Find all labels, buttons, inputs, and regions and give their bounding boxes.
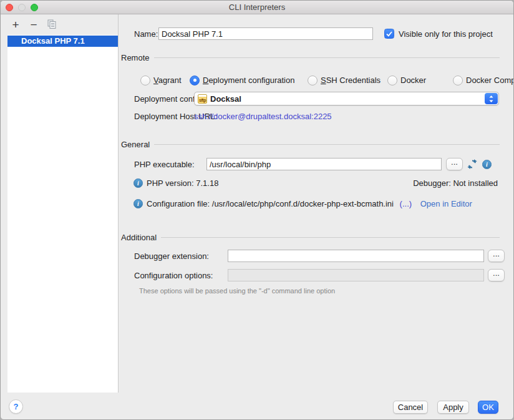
sidebar-divider [118, 14, 119, 393]
general-section-header: General [121, 140, 500, 149]
php-executable-input[interactable] [206, 158, 442, 170]
configuration-file-text: Configuration file: /usr/local/etc/php/c… [147, 199, 394, 208]
interpreter-list-toolbar: + − [11, 19, 57, 31]
deployment-configuration-select[interactable]: sftp Docksal [194, 92, 499, 105]
radio-icon [308, 76, 318, 85]
visible-only-label[interactable]: Visible only for this project [399, 29, 493, 39]
window-title: CLI Interpreters [1, 2, 513, 12]
radio-icon [453, 76, 463, 85]
sftp-icon: sftp [198, 94, 207, 104]
radio-selected-icon [190, 76, 200, 85]
php-version-info-icon: i [133, 178, 143, 188]
cli-interpreters-dialog: CLI Interpreters + − Docksal [0, 0, 514, 420]
checkmark-icon [385, 31, 394, 37]
name-input[interactable] [158, 27, 373, 40]
configuration-file-row: Configuration file: /usr/local/etc/php/c… [147, 199, 472, 208]
section-rule [161, 237, 500, 238]
options-hint-text: These options will be passed using the "… [139, 287, 335, 295]
copy-interpreter-button[interactable] [47, 19, 57, 31]
dialog-content: + − Docksal PHP 7.1 Name: [1, 14, 514, 420]
radio-icon [387, 76, 397, 85]
radio-icon [140, 76, 150, 85]
open-in-editor-link[interactable]: Open in Editor [420, 199, 472, 208]
ok-button[interactable]: OK [478, 401, 498, 414]
radio-deployment-configuration[interactable]: Deployment configuration [190, 75, 294, 85]
configuration-file-more-link[interactable]: (...) [400, 199, 412, 208]
configuration-options-input[interactable] [228, 269, 484, 281]
php-executable-browse-button[interactable]: ... [446, 158, 463, 170]
debugger-extension-input[interactable] [228, 250, 484, 262]
cancel-button[interactable]: Cancel [393, 401, 428, 414]
radio-docker-compose[interactable]: Docker Compose [453, 75, 514, 85]
php-executable-label: PHP executable: [134, 160, 195, 169]
debugger-status-text: Debugger: Not installed [413, 178, 498, 188]
interpreter-list: Docksal PHP 7.1 [7, 35, 118, 393]
configuration-options-label: Configuration options: [134, 271, 213, 280]
help-button[interactable]: ? [9, 399, 23, 414]
configuration-options-browse-button[interactable]: ... [488, 269, 505, 281]
copy-icon [47, 18, 56, 31]
additional-section-title: Additional [121, 233, 157, 242]
reload-php-info-icon[interactable] [467, 159, 478, 170]
radio-docker[interactable]: Docker [387, 75, 426, 85]
deployment-configuration-value: Docksal [210, 94, 241, 104]
remote-section-title: Remote [121, 53, 150, 62]
list-item-docksal-php[interactable]: Docksal PHP 7.1 [7, 36, 118, 47]
show-phpinfo-icon[interactable]: i [482, 159, 492, 169]
php-version-text: PHP version: 7.1.18 [147, 178, 218, 188]
section-rule [154, 144, 500, 145]
name-label: Name: [134, 29, 158, 39]
radio-ssh-credentials[interactable]: SSH Credentials [308, 75, 381, 85]
debugger-extension-browse-button[interactable]: ... [488, 250, 505, 262]
chevron-up-down-icon [485, 93, 498, 104]
section-rule [154, 57, 500, 58]
remove-interpreter-button[interactable]: − [29, 19, 39, 31]
visible-only-checkbox[interactable] [384, 29, 394, 39]
config-file-info-icon: i [133, 198, 143, 208]
additional-section-header: Additional [121, 233, 500, 242]
title-bar: CLI Interpreters [1, 1, 513, 14]
add-interpreter-button[interactable]: + [11, 19, 21, 31]
deployment-host-url-value[interactable]: ssh://docker@drupaltest.docksal:2225 [194, 112, 332, 121]
radio-vagrant[interactable]: Vagrant [140, 75, 182, 85]
general-section-title: General [121, 140, 150, 149]
remote-section-header: Remote [121, 53, 500, 62]
apply-button[interactable]: Apply [437, 401, 469, 414]
debugger-extension-label: Debugger extension: [134, 252, 209, 261]
